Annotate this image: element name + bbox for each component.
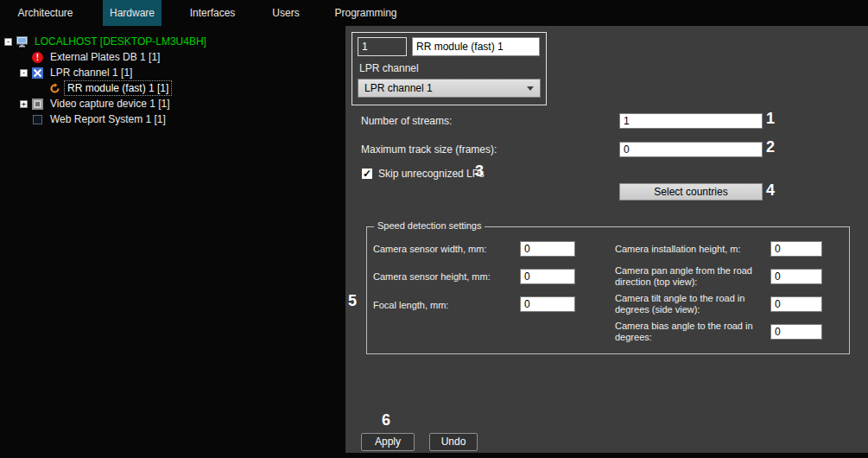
camera-tilt-angle-label: Camera tilt angle to the road in degrees… — [615, 293, 763, 315]
expander-minus-icon[interactable]: - — [4, 38, 12, 46]
lpr-channel-selected-value: LPR channel 1 — [364, 82, 433, 94]
camera-pan-angle-input[interactable] — [770, 269, 822, 284]
tree-item-label: LOCALHOST [DESKTOP-LM3U4BH] — [32, 35, 209, 48]
video-device-icon — [32, 99, 43, 110]
tree-item-label: LPR channel 1 [1] — [48, 66, 135, 80]
lpr-channel-label: LPR channel — [359, 62, 419, 74]
undo-button[interactable]: Undo — [429, 433, 478, 451]
lpr-channel-icon — [32, 67, 43, 79]
camera-installation-height-label: Camera installation height, m: — [615, 244, 763, 255]
skip-unrecognized-lps-checkbox[interactable]: ✓ — [361, 168, 373, 180]
annotation-4: 4 — [766, 181, 775, 200]
tab-bar: Architecture Hardware Interfaces Users P… — [0, 0, 868, 26]
annotation-3: 3 — [475, 162, 484, 181]
module-id-input[interactable] — [358, 37, 407, 56]
camera-tilt-angle-input[interactable] — [770, 296, 822, 312]
chevron-down-icon — [527, 86, 534, 91]
expander-plus-icon[interactable]: + — [20, 100, 28, 108]
tab-architecture[interactable]: Architecture — [0, 0, 91, 26]
annotation-1: 1 — [766, 110, 775, 128]
module-identity-box: LPR channel LPR channel 1 — [352, 32, 547, 105]
camera-pan-angle-label: Camera pan angle from the road direction… — [615, 265, 763, 288]
tree-item-label: Video capture device 1 [1] — [48, 97, 173, 111]
tree-item-label: RR module (fast) 1 [1] — [65, 81, 171, 95]
tab-hardware[interactable]: Hardware — [103, 0, 162, 26]
tree-item-label: Web Report System 1 [1] — [48, 112, 168, 126]
settings-panel: LPR channel LPR channel 1 Number of stre… — [345, 26, 868, 453]
device-tree: - LOCALHOST [DESKTOP-LM3U4BH] ! External… — [0, 26, 345, 458]
rr-module-icon — [49, 83, 60, 94]
app-window: Architecture Hardware Interfaces Users P… — [0, 0, 868, 458]
focal-length-input[interactable] — [520, 296, 575, 312]
camera-sensor-height-input[interactable] — [520, 269, 575, 284]
annotation-5: 5 — [348, 292, 357, 310]
camera-sensor-width-label: Camera sensor width, mm: — [373, 244, 486, 255]
tree-item-localhost[interactable]: - LOCALHOST [DESKTOP-LM3U4BH] — [0, 34, 345, 49]
camera-installation-height-input[interactable] — [770, 241, 822, 257]
tab-interfaces[interactable]: Interfaces — [175, 0, 250, 26]
select-countries-button[interactable]: Select countries — [619, 183, 763, 200]
tree-item-lpr-channel[interactable]: - LPR channel 1 [1] — [0, 65, 345, 80]
tree-item-external-plates-db[interactable]: ! External Plates DB 1 [1] — [0, 49, 345, 65]
focal-length-label: Focal length, mm: — [373, 300, 448, 311]
module-name-input[interactable] — [412, 37, 540, 56]
checkmark-icon: ✓ — [363, 168, 371, 180]
computer-icon — [16, 36, 28, 48]
apply-button[interactable]: Apply — [361, 433, 415, 451]
tab-users[interactable]: Users — [258, 0, 314, 26]
number-of-streams-input[interactable] — [619, 113, 763, 129]
max-track-size-label: Maximum track size (frames): — [361, 143, 497, 156]
camera-bias-angle-input[interactable] — [770, 324, 822, 340]
alert-icon: ! — [32, 52, 43, 63]
bottom-border — [0, 453, 868, 458]
skip-unrecognized-lps-label: Skip unrecognized LPs — [378, 168, 485, 180]
camera-sensor-width-input[interactable] — [520, 241, 575, 257]
tab-programming[interactable]: Programming — [325, 0, 407, 26]
tree-item-label: External Plates DB 1 [1] — [48, 50, 162, 64]
camera-bias-angle-label: Camera bias angle to the road in degrees… — [615, 321, 763, 343]
number-of-streams-label: Number of streams: — [361, 115, 452, 127]
tree-item-video-capture-device[interactable]: + Video capture device 1 [1] — [0, 96, 345, 111]
tree-item-web-report-system[interactable]: Web Report System 1 [1] — [0, 111, 345, 127]
expander-minus-icon[interactable]: - — [20, 69, 28, 77]
tree-item-rr-module[interactable]: RR module (fast) 1 [1] — [0, 80, 345, 96]
web-report-icon — [32, 114, 43, 125]
annotation-2: 2 — [766, 138, 775, 156]
max-track-size-input[interactable] — [619, 142, 763, 157]
lpr-channel-select[interactable]: LPR channel 1 — [358, 79, 541, 98]
annotation-6: 6 — [382, 411, 390, 429]
camera-sensor-height-label: Camera sensor height, mm: — [373, 271, 491, 283]
speed-detection-settings-title: Speed detection settings — [374, 220, 485, 231]
